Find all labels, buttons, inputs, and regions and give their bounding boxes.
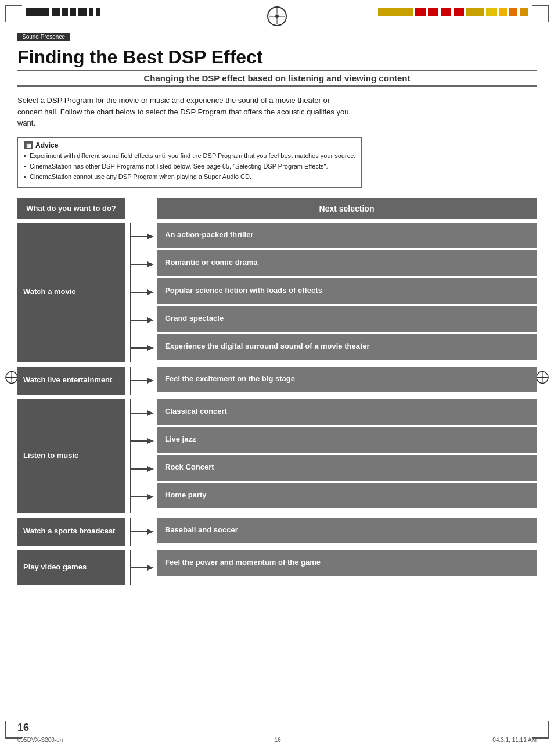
advice-item-1: Experiment with different sound field ef… [24,152,355,160]
bar-orange-2 [509,8,517,16]
svg-marker-14 [147,234,154,239]
page-number: 16 [17,722,29,734]
footer-left: 005DVX-S200-en [17,737,63,743]
group-right-sports: Baseball and soccer [157,518,537,546]
group-sports: Watch a sports broadcast Baseball and so… [17,518,537,546]
footer-center: 16 [275,737,281,743]
right-item-party: Home party [157,483,537,508]
branch-svg-games [125,550,157,585]
compass-top [267,6,287,28]
svg-marker-30 [147,438,154,444]
intro-text: Select a DSP Program for the movie or mu… [17,95,354,129]
svg-marker-28 [147,410,154,416]
svg-point-11 [541,376,544,378]
svg-marker-18 [147,289,154,295]
right-item-jazz: Live jazz [157,427,537,453]
group-left-music: Listen to music [17,399,125,513]
advice-label: ▩ Advice [24,141,355,149]
section-label: Sound Presence [17,33,70,41]
footer-right: 04.3.1, 11:11 AM [492,737,537,743]
compass-right [535,370,549,386]
svg-point-3 [275,15,279,18]
right-item-spectacle: Grand spectacle [157,306,537,332]
group-live-entertainment: Watch live entertainment Feel the excite… [17,367,537,395]
svg-marker-16 [147,261,154,267]
right-item-rock: Rock Concert [157,455,537,481]
page-title: Finding the Best DSP Effect [17,47,537,67]
group-middle-watch-movie [125,223,157,362]
bar-red-2 [428,8,438,16]
svg-marker-37 [147,529,154,535]
advice-box: ▩ Advice Experiment with different sound… [17,137,362,188]
svg-marker-22 [147,345,154,351]
group-right-games: Feel the power and momentum of the game [157,550,537,585]
bar-black-3 [62,8,68,16]
group-listen-music: Listen to music Classical concert Live [17,399,537,513]
right-item-drama: Romantic or comic drama [157,250,537,276]
footer-bar: 005DVX-S200-en 16 04.3.1, 11:11 AM [17,734,537,743]
group-middle-sports [125,518,157,546]
bar-black-5 [78,8,87,16]
advice-icon: ▩ [24,141,33,149]
bar-red-4 [454,8,464,16]
compass-left [5,370,19,386]
group-left-watch-movie: Watch a movie [17,223,125,362]
bar-red-3 [441,8,451,16]
bar-black-1 [26,8,49,16]
bar-black-2 [52,8,60,16]
group-left-live-ent: Watch live entertainment [17,367,125,395]
right-item-digital: Experience the digital surround sound of… [157,334,537,360]
right-item-classical: Classical concert [157,399,537,425]
advice-item-3: CinemaStation cannot use any DSP Program… [24,173,355,181]
bar-tan-1 [520,8,528,16]
group-watch-movie: Watch a movie [17,223,537,362]
chart-header-gap [125,198,157,219]
group-middle-music [125,399,157,513]
bar-black-6 [89,8,93,16]
branch-svg-live [125,367,157,395]
svg-marker-25 [147,378,154,384]
branch-svg-movie [125,223,157,362]
group-middle-live-ent [125,367,157,395]
bar-black-4 [70,8,76,16]
group-right-watch-movie: An action-packed thriller Romantic or co… [157,223,537,362]
group-left-games: Play video games [17,550,125,585]
advice-item-2: CinemaStation has other DSP Programs not… [24,162,355,171]
right-item-baseball: Baseball and soccer [157,518,537,543]
page-subtitle: Changing the DSP effect based on listeni… [17,70,537,87]
right-item-scifi: Popular science fiction with loads of ef… [157,278,537,304]
group-left-sports: Watch a sports broadcast [17,518,125,546]
group-right-live-ent: Feel the excitement on the big stage [157,367,537,395]
group-middle-games [125,550,157,585]
bar-orange-1 [499,8,507,16]
bar-black-7 [96,8,100,16]
branch-svg-music [125,399,157,513]
right-item-power: Feel the power and momentum of the game [157,550,537,576]
svg-marker-32 [147,466,154,472]
right-item-excitement: Feel the excitement on the big stage [157,367,537,392]
top-bars-right [378,8,528,16]
group-video-games: Play video games Feel the power and mome… [17,550,537,585]
bar-yellow-1 [378,8,413,16]
chart-header-right: Next selection [157,198,537,219]
svg-marker-40 [147,565,154,571]
svg-point-7 [10,376,13,378]
group-right-music: Classical concert Live jazz Rock Concert… [157,399,537,513]
advice-list: Experiment with different sound field ef… [24,152,355,182]
dsp-chart: What do you want to do? Next selection W… [17,198,537,585]
bar-yellow-3 [486,8,497,16]
svg-marker-34 [147,494,154,500]
bar-red-1 [415,8,426,16]
right-item-thriller: An action-packed thriller [157,223,537,248]
chart-header-row: What do you want to do? Next selection [17,198,537,219]
bar-yellow-2 [466,8,484,16]
top-bars-left [26,8,100,16]
svg-marker-20 [147,317,154,323]
branch-svg-sports [125,518,157,546]
chart-header-left: What do you want to do? [17,198,125,219]
main-content: Sound Presence Finding the Best DSP Effe… [0,0,554,625]
